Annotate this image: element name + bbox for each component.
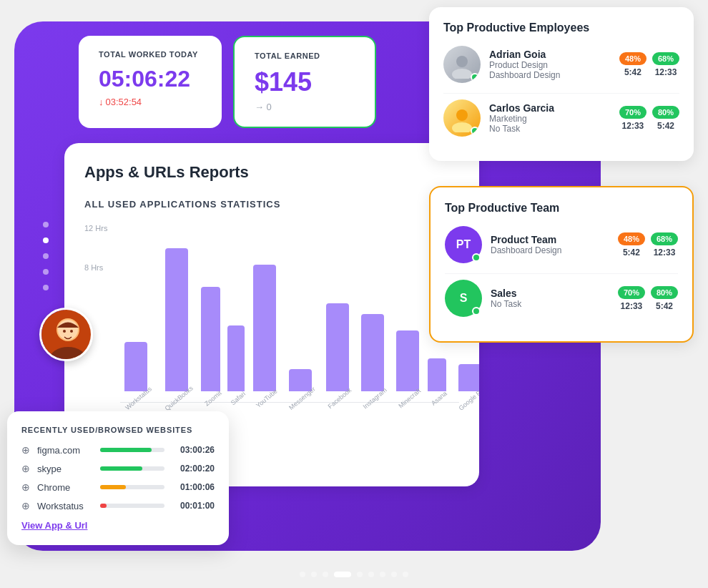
stat-time-1a: 5:42	[624, 67, 641, 77]
top-employees-card: Top Productive Employees Adrian Goia Pro…	[429, 7, 694, 161]
employee-task-2: No Task	[489, 124, 611, 134]
team-time-1b: 12:33	[654, 248, 676, 258]
y-label-8: 8 Hrs	[84, 263, 103, 272]
earned-value: $145	[255, 67, 355, 97]
bottom-dot-4	[334, 572, 351, 577]
sidebar-dots	[43, 222, 49, 290]
view-app-url-link[interactable]: View App & Url	[21, 520, 215, 531]
badge-percent-1a: 48%	[619, 52, 646, 65]
svg-point-8	[63, 330, 66, 333]
sidebar-dot-5	[43, 285, 49, 290]
user-avatar-float	[39, 308, 93, 361]
top-employees-title: Top Productive Employees	[443, 21, 679, 34]
team-time-2b: 5:42	[656, 301, 673, 311]
bar-4	[253, 265, 276, 391]
chart-title: ALL USED APPLICATIONS STATISTICS	[84, 199, 459, 210]
team-task-2: No Task	[491, 299, 609, 309]
bar-2	[201, 287, 221, 391]
website-row-2: ⊕ Chrome 01:00:06	[21, 481, 215, 493]
badge-percent-1b: 68%	[652, 52, 679, 65]
metrics-row: TOTAL WORKED TODAY 05:06:22 ↓ 03:52:54 T…	[79, 36, 376, 128]
earned-label: TOTAL EARNED	[255, 52, 355, 60]
team-badge-2a: 70%	[618, 286, 645, 299]
employee-avatar-2	[443, 99, 481, 137]
progress-fill-0	[100, 448, 152, 452]
divider-1	[443, 93, 679, 94]
employee-row-1: Adrian Goia Product Design Dashboard Des…	[443, 46, 679, 83]
bottom-dot-2	[311, 572, 317, 577]
svg-point-9	[70, 330, 73, 333]
earned-today-card: TOTAL EARNED $145 → 0	[233, 36, 376, 128]
bar-1	[165, 248, 188, 391]
employee-name-2: Carlos Garcia	[489, 102, 611, 114]
divider-2	[445, 273, 678, 274]
website-time-0: 03:00:26	[172, 445, 215, 455]
team-name-2: Sales	[491, 288, 609, 299]
employee-row-2: Carlos Garcia Marketing No Task 70% 12:3…	[443, 99, 679, 137]
team-online-1	[472, 253, 481, 262]
sidebar-dot-2	[43, 237, 49, 243]
employee-info-1: Adrian Goia Product Design Dashboard Des…	[489, 49, 611, 80]
svg-point-3	[452, 122, 472, 132]
online-indicator-1	[471, 73, 479, 82]
team-info-2: Sales No Task	[491, 288, 609, 309]
team-row-1: PT Product Team Dashboard Design 48% 5:4…	[445, 226, 678, 263]
bottom-dot-9	[403, 572, 408, 577]
svg-point-1	[452, 69, 472, 79]
team-stat-2b: 80% 5:42	[651, 286, 678, 311]
websites-tooltip: RECENTLY USED/BROWSED WEBSITES ⊕ figma.c…	[7, 411, 229, 545]
bar-group-9: Asana	[428, 358, 446, 403]
bar-group-2: Zoomit	[201, 287, 221, 403]
stat-badge-1b: 68% 12:33	[652, 52, 679, 77]
website-row-0: ⊕ figma.com 03:00:26	[21, 444, 215, 456]
reports-title: Apps & URLs Reports	[84, 163, 459, 182]
stat-time-2a: 12:33	[622, 121, 644, 131]
employee-avatar-1	[443, 46, 481, 83]
website-time-2: 01:00:06	[172, 482, 215, 492]
bar-label-9: Asana	[430, 390, 448, 407]
top-team-title: Top Productive Team	[445, 202, 678, 215]
stat-badge-2a: 70% 12:33	[619, 106, 646, 131]
team-stats-1: 48% 5:42 68% 12:33	[618, 232, 678, 258]
bottom-dot-5	[357, 572, 363, 577]
team-time-2a: 12:33	[621, 301, 643, 311]
stat-time-1b: 12:33	[655, 67, 677, 77]
sidebar-dot-3	[43, 253, 49, 259]
stat-badge-2b: 80% 5:42	[652, 106, 679, 131]
top-team-card: Top Productive Team PT Product Team Dash…	[429, 186, 694, 343]
team-stat-2a: 70% 12:33	[618, 286, 645, 311]
employee-info-2: Carlos Garcia Marketing No Task	[489, 102, 611, 134]
bar-group-3: Safari	[227, 325, 245, 403]
worked-value: 05:06:22	[99, 66, 202, 92]
team-badge-1a: 48%	[618, 232, 645, 245]
online-indicator-2	[471, 127, 479, 135]
bar-8	[396, 330, 419, 391]
bar-group-1: QuickBooks	[159, 248, 194, 403]
bar-6	[326, 303, 349, 391]
bar-group-4: YouTube	[252, 265, 277, 403]
progress-bar-2	[100, 485, 164, 489]
team-avatar-2: S	[445, 280, 482, 317]
employee-stats-1: 48% 5:42 68% 12:33	[619, 52, 679, 77]
globe-icon-2: ⊕	[21, 481, 30, 493]
bar-3	[227, 325, 245, 391]
worked-today-card: TOTAL WORKED TODAY 05:06:22 ↓ 03:52:54	[79, 36, 222, 128]
website-row-1: ⊕ skype 02:00:20	[21, 463, 215, 474]
team-stat-1a: 48% 5:42	[618, 232, 645, 258]
website-time-3: 00:01:00	[172, 501, 215, 511]
team-avatar-1: PT	[445, 226, 482, 263]
employee-role-1: Product Design	[489, 60, 611, 70]
bars-area: WorkstatusQuickBooksZoomitSafariYouTubeM…	[120, 224, 459, 403]
team-online-2	[472, 307, 481, 315]
website-name-0: figma.com	[37, 445, 93, 456]
bottom-dot-7	[380, 572, 385, 577]
bar-group-8: Minecraft	[394, 330, 421, 403]
sidebar-dot-4	[43, 269, 49, 275]
bar-10	[458, 364, 479, 391]
employee-task-1: Dashboard Design	[489, 70, 611, 80]
website-name-3: Workstatus	[37, 501, 93, 511]
progress-bar-1	[100, 466, 164, 471]
globe-icon-3: ⊕	[21, 500, 30, 511]
down-arrow-icon: ↓	[99, 97, 104, 107]
bar-group-10: Google Pay	[453, 364, 479, 403]
